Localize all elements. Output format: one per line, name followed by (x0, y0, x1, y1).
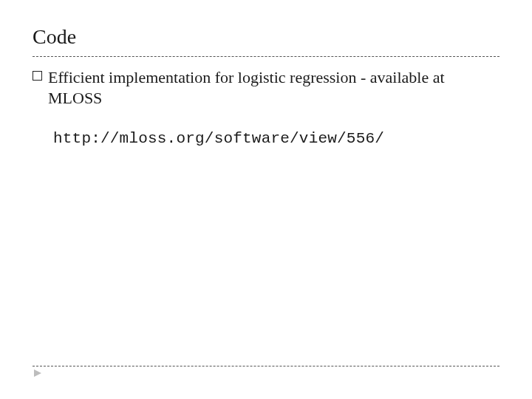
bullet-item: Efficient implementation for logistic re… (33, 67, 499, 108)
bullet-text: Efficient implementation for logistic re… (48, 67, 499, 108)
code-url: http://mloss.org/software/view/556/ (53, 130, 499, 147)
slide: Code Efficient implementation for logist… (0, 0, 532, 399)
divider-bottom (33, 366, 499, 366)
slide-title: Code (33, 25, 499, 55)
square-bullet-icon (33, 71, 42, 81)
svg-marker-0 (34, 369, 41, 377)
footer-arrow-icon (33, 368, 43, 381)
slide-body: Efficient implementation for logistic re… (33, 57, 499, 147)
